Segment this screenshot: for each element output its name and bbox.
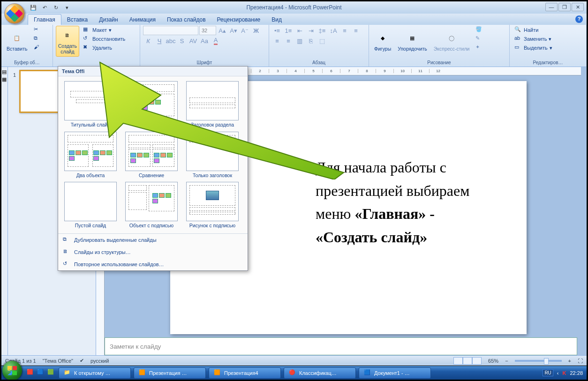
cut-button[interactable]: ✂ bbox=[32, 26, 43, 34]
align-left-icon[interactable]: ≡ bbox=[339, 26, 350, 35]
justify-icon[interactable]: ≡ bbox=[283, 36, 294, 45]
delete-icon: ✖ bbox=[83, 44, 90, 52]
gallery-reuse-slides[interactable]: ↺Повторное использование слайдов… bbox=[58, 258, 248, 270]
italic-icon[interactable]: К bbox=[143, 36, 153, 45]
shrink-font-icon[interactable]: A▾ bbox=[228, 26, 239, 35]
zoom-percent[interactable]: 65% bbox=[488, 358, 498, 364]
layout-comparison[interactable]: Сравнение bbox=[121, 130, 182, 180]
zoom-in-icon[interactable]: + bbox=[568, 358, 571, 364]
quick-launch-3[interactable]: 🟩 bbox=[47, 369, 56, 377]
format-painter-button[interactable]: 🖌 bbox=[32, 44, 43, 52]
taskbar-item-4[interactable]: 🔴Классификац… bbox=[284, 367, 356, 379]
fit-slide-icon[interactable]: ⛶ bbox=[578, 358, 583, 364]
font-color-icon[interactable]: A bbox=[211, 36, 221, 45]
gallery-duplicate-slides[interactable]: ⧉Дублировать выделенные слайды bbox=[58, 234, 248, 246]
smartart-icon[interactable]: ⬚ bbox=[317, 36, 327, 45]
font-family-combo[interactable] bbox=[143, 26, 198, 35]
delete-slide-button[interactable]: ✖Удалить bbox=[81, 44, 127, 52]
align-right-icon[interactable]: ≡ bbox=[272, 36, 282, 45]
font-size-combo[interactable]: 32 bbox=[199, 26, 216, 35]
line-spacing-icon[interactable]: ‡≡ bbox=[317, 26, 327, 35]
layout-title-slide[interactable]: Титульный слайд bbox=[60, 79, 121, 130]
indent-dec-icon[interactable]: ⇤ bbox=[294, 26, 305, 35]
taskbar-item-3[interactable]: 🟧Презентация4 bbox=[209, 367, 281, 379]
columns-icon[interactable]: ▥ bbox=[294, 36, 305, 45]
bullets-icon[interactable]: •≡ bbox=[272, 26, 282, 35]
layout-title-only[interactable]: Только заголовок bbox=[182, 130, 243, 180]
minimize-button[interactable]: — bbox=[545, 3, 558, 11]
gallery-slides-from-outline[interactable]: 🗎Слайды из структуры… bbox=[58, 246, 248, 258]
select-button[interactable]: ▭Выделить ▾ bbox=[513, 44, 554, 52]
numbering-icon[interactable]: 1≡ bbox=[283, 26, 294, 35]
clear-format-icon[interactable]: A⁻ bbox=[240, 26, 250, 35]
quick-styles-button[interactable]: ◯ Экспресс-стили bbox=[431, 26, 472, 57]
tab-view[interactable]: Вид bbox=[266, 15, 287, 25]
notes-pane[interactable]: Заметки к слайду bbox=[105, 337, 577, 355]
layout-blank[interactable]: Пустой слайд bbox=[60, 180, 121, 231]
language-indicator[interactable]: RU bbox=[543, 369, 553, 376]
paste-button[interactable]: 📋 Вставить bbox=[4, 26, 30, 57]
tab-insert[interactable]: Вставка bbox=[61, 15, 94, 25]
tab-review[interactable]: Рецензирование bbox=[211, 15, 266, 25]
reset-button[interactable]: ↺Восстановить bbox=[81, 35, 127, 43]
qat-customize-icon[interactable]: ▾ bbox=[62, 3, 72, 12]
close-button[interactable]: ✕ bbox=[572, 3, 584, 11]
shape-effects-button[interactable]: ✦ bbox=[474, 44, 485, 52]
shapes-button[interactable]: ◆ Фигуры bbox=[372, 26, 393, 57]
quick-launch-2[interactable]: 🟦 bbox=[37, 369, 45, 377]
view-normal-icon[interactable] bbox=[453, 357, 463, 365]
taskbar-item-5[interactable]: 🟦Документ1 - … bbox=[359, 367, 431, 379]
find-button[interactable]: 🔍Найти bbox=[513, 26, 554, 34]
text-direction-icon[interactable]: ↕A bbox=[328, 26, 339, 35]
tab-slideshow[interactable]: Показ слайдов bbox=[161, 15, 211, 25]
status-theme: "Тема Office" bbox=[43, 358, 73, 364]
help-icon[interactable]: ? bbox=[575, 15, 583, 23]
taskbar-item-2[interactable]: 🟧Презентация … bbox=[134, 367, 206, 379]
shape-fill-button[interactable]: 🪣 bbox=[474, 26, 485, 34]
tray-av-icon[interactable]: K bbox=[563, 370, 566, 376]
tray-expand-icon[interactable]: ‹ bbox=[557, 370, 559, 376]
select-icon: ▭ bbox=[514, 44, 522, 52]
new-slide-button[interactable]: 🗎 Создать слайд bbox=[56, 26, 79, 57]
tab-home[interactable]: Главная bbox=[28, 14, 61, 25]
layout-two-content[interactable]: Два объекта bbox=[60, 130, 121, 180]
layout-title-content[interactable]: объек bbox=[121, 79, 182, 130]
shadow-icon[interactable]: S bbox=[177, 36, 187, 45]
slides-tab-icon[interactable]: ▦ bbox=[2, 76, 8, 82]
align-text-icon[interactable]: ⎘ bbox=[306, 36, 316, 45]
restore-button[interactable]: ❐ bbox=[558, 3, 571, 11]
save-icon[interactable]: 💾 bbox=[29, 3, 38, 12]
clock[interactable]: 22:28 bbox=[570, 370, 583, 376]
zoom-slider[interactable] bbox=[515, 360, 562, 362]
start-button[interactable] bbox=[2, 361, 22, 381]
view-show-icon[interactable] bbox=[472, 357, 482, 365]
undo-icon[interactable]: ↶ bbox=[40, 3, 49, 12]
replace-button[interactable]: abЗаменить ▾ bbox=[513, 35, 554, 43]
bold-icon[interactable]: Ж bbox=[251, 26, 261, 35]
char-spacing-icon[interactable]: AV bbox=[188, 36, 198, 45]
arrange-button[interactable]: ▦ Упорядочить bbox=[395, 26, 429, 57]
strike-icon[interactable]: abc bbox=[166, 36, 176, 45]
grow-font-icon[interactable]: A▴ bbox=[217, 26, 227, 35]
view-sorter-icon[interactable] bbox=[463, 357, 472, 365]
change-case-icon[interactable]: Aa bbox=[199, 36, 210, 45]
shape-outline-button[interactable]: ✎ bbox=[474, 35, 485, 43]
tab-design[interactable]: Дизайн bbox=[93, 15, 123, 25]
align-center-icon[interactable]: ≡ bbox=[351, 26, 361, 35]
layout-button[interactable]: ▦Макет ▾ bbox=[81, 26, 127, 34]
quick-launch-1[interactable]: 🟥 bbox=[27, 369, 35, 377]
spellcheck-icon[interactable]: ✔ bbox=[80, 358, 84, 364]
office-button[interactable] bbox=[4, 3, 25, 24]
layout-section-header[interactable]: Заголовок раздела bbox=[182, 79, 243, 130]
copy-button[interactable]: ⧉ bbox=[32, 35, 43, 43]
status-language[interactable]: русский bbox=[90, 358, 109, 364]
taskbar-item-1[interactable]: 📁К открытому … bbox=[59, 367, 131, 379]
underline-icon[interactable]: Ч bbox=[154, 36, 165, 45]
redo-icon[interactable]: ↻ bbox=[51, 3, 60, 12]
tab-animation[interactable]: Анимация bbox=[124, 15, 161, 25]
layout-picture-caption[interactable]: Рисунок с подписью bbox=[182, 180, 243, 231]
zoom-out-icon[interactable]: − bbox=[505, 358, 508, 364]
outline-tab-icon[interactable]: ▤ bbox=[2, 69, 8, 75]
indent-inc-icon[interactable]: ⇥ bbox=[306, 26, 316, 35]
layout-content-caption[interactable]: Объект с подписью bbox=[121, 180, 182, 231]
